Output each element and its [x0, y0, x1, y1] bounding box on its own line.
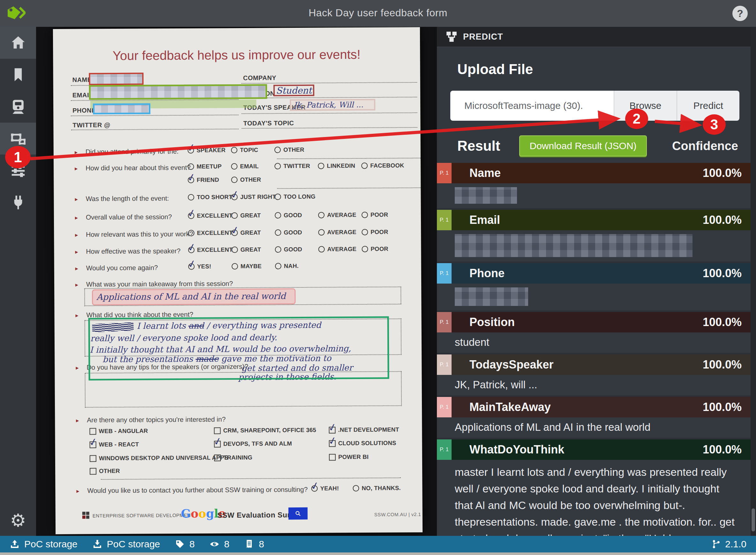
question-hear-row2: ✓FRIEND OTHER — [73, 176, 421, 189]
result-row-email[interactable]: P. 1 Email 100.0% — [437, 210, 751, 230]
sidebar-item-tag-editor[interactable] — [0, 123, 36, 155]
file-control: MicrosoftTeams-image (30). Browse Predic… — [450, 91, 740, 121]
source-connection[interactable]: PoC storage — [10, 539, 78, 550]
bookmark-icon — [10, 66, 27, 83]
question-label: Did you attend primarily for the: — [86, 147, 179, 156]
question-length: ▸ Was the length of the event: TOO SHORT… — [73, 193, 421, 206]
home-icon — [10, 34, 27, 51]
topics-row-1: WEB - ANGULAR CRM, SHAREPOINT, OFFICE 36… — [74, 427, 422, 439]
bullet-icon: ▸ — [75, 149, 78, 156]
tag-editor-icon — [10, 130, 27, 147]
takeaway-handwriting: Applications of ML and AI in the real wo… — [96, 291, 286, 302]
plug-icon — [10, 194, 27, 211]
sidebar-item-settings[interactable]: ⚙ — [0, 505, 36, 537]
sidebar-item-home[interactable] — [0, 27, 36, 59]
search-icon — [295, 510, 301, 517]
sidebar-item-active-learning[interactable] — [0, 155, 36, 186]
download-result-button[interactable]: Download Result (JSON) — [519, 135, 647, 157]
topic-line — [242, 127, 417, 129]
app-version: 2.1.0 — [711, 539, 746, 550]
target-connection[interactable]: PoC storage — [92, 539, 160, 550]
question-relevant: ▸ How relevant was this to your work? EX… — [73, 229, 421, 242]
visited-count: 8 — [209, 539, 229, 550]
radio — [231, 147, 237, 153]
sidebar-item-export[interactable] — [0, 91, 36, 123]
result-value-think: master I learnt lots and / everything wa… — [437, 460, 751, 536]
predict-button[interactable]: Predict — [676, 91, 740, 121]
result-value-speaker: JK, Patrick, will ... — [437, 375, 751, 395]
result-value-name — [437, 183, 751, 208]
predict-header: PREDICT — [437, 27, 756, 47]
form-footer: ENTERPRISE SOFTWARE DEVELOPMENT Google S… — [53, 27, 420, 29]
page-badge: P. 1 — [437, 163, 452, 183]
file-name-input[interactable]: MicrosoftTeams-image (30). — [450, 91, 614, 121]
upload-heading: Upload File — [457, 61, 756, 77]
question-effective: ▸ How effective was the speaker? ✓EXCELL… — [73, 246, 421, 259]
result-row-think[interactable]: P. 1 WhatDoYouThink 100.0% — [437, 439, 751, 460]
result-header: Result Download Result (JSON) Confidence — [457, 135, 756, 157]
gear-icon: ⚙ — [10, 512, 26, 529]
title-bar: Hack Day user feedback form ? — [0, 0, 756, 27]
other-line — [277, 158, 421, 159]
browse-button[interactable]: Browse — [614, 91, 676, 121]
result-row-speaker[interactable]: P. 1 TodaysSpeaker 100.0% — [437, 354, 751, 375]
result-heading: Result — [457, 138, 500, 154]
question-hear: ▸ How did you hear about this event? MEE… — [73, 163, 421, 175]
git-branch-icon — [711, 539, 721, 549]
question-contact: ▸ Would you like us to contact you furth… — [74, 485, 422, 498]
result-value-takeaway: Applications of ML and AI in the real wo… — [437, 417, 751, 438]
scanned-form-canvas[interactable]: Your feedback helps us improve our event… — [36, 27, 437, 536]
sidebar-item-connections[interactable] — [0, 186, 36, 218]
feedback-form-paper: Your feedback helps us improve our event… — [53, 27, 423, 534]
tag-icon — [175, 539, 185, 549]
window-edge — [0, 552, 756, 555]
tags-count: 8 — [175, 539, 195, 550]
question-overall-value: ▸ Overall value of the session? ✓EXCELLE… — [73, 212, 421, 224]
result-row-name[interactable]: P. 1 Name 100.0% — [437, 163, 751, 183]
think-detection-box — [88, 316, 389, 381]
help-icon[interactable]: ? — [733, 6, 748, 21]
sidebar-item-tags[interactable] — [0, 59, 36, 91]
redacted-value — [455, 187, 517, 204]
result-value-position: student — [437, 332, 751, 353]
scrollbar-thumb[interactable] — [752, 508, 755, 531]
checkbox — [89, 428, 96, 435]
page-title: Hack Day user feedback form — [0, 7, 756, 19]
result-row-position[interactable]: P. 1 Position 100.0% — [437, 312, 751, 332]
redacted-value — [455, 287, 528, 306]
topics-row-2: ✓WEB - REACT ✓DEVOPS, TFS AND ALM ✓CLOUD… — [74, 440, 422, 453]
result-value-email — [437, 230, 751, 261]
email-detection-box — [89, 84, 267, 100]
result-row-takeaway[interactable]: P. 1 MainTakeAway 100.0% — [437, 397, 751, 417]
twitter-line — [71, 129, 239, 130]
panel-scrollbar[interactable] — [751, 27, 756, 536]
search-button — [288, 507, 308, 519]
speaker-detection-box: Jk, Patrick, Will ... — [290, 99, 375, 111]
predict-panel: PREDICT Upload File MicrosoftTeams-image… — [437, 27, 756, 536]
question-attend: ▸ Did you attend primarily for the: ✓SPE… — [73, 146, 421, 159]
name-detection-box — [89, 73, 144, 85]
form-title: Your feedback helps us improve our event… — [53, 47, 420, 63]
result-row-phone[interactable]: P. 1 Phone 100.0% — [437, 263, 751, 284]
phone-detection-box — [93, 103, 150, 114]
field-label-topic: TODAY'S TOPIC — [243, 119, 294, 127]
field-label-twitter: TWITTER @ — [73, 121, 110, 129]
site-label: SSW.COM.AU | v2.1 — [374, 512, 421, 517]
phone-line — [71, 115, 238, 116]
predict-icon — [445, 30, 458, 43]
speaker-line — [242, 113, 417, 114]
question-come-again: ▸ Would you come again? ✓YES! MAYBE NAH. — [74, 262, 421, 275]
position-detection-box: Student — [274, 85, 314, 96]
upload-icon — [10, 539, 20, 549]
status-bar: PoC storage PoC storage 8 8 8 2.1.0 — [0, 536, 756, 552]
train-icon — [10, 98, 27, 115]
download-icon — [92, 539, 102, 549]
topics-row-3: WINDOWS DESKTOP AND UNIVERSAL APPS TRAIN… — [74, 454, 422, 467]
result-value-phone — [437, 284, 751, 310]
app-window: Hack Day user feedback form ? ⚙ Your fee… — [0, 0, 756, 555]
question-topics: ▸ Are there any other topics you're inte… — [74, 415, 422, 427]
sidebar: ⚙ — [0, 27, 36, 536]
eye-icon — [209, 539, 220, 549]
enterprise-label: ENTERPRISE SOFTWARE DEVELOPMENT — [93, 513, 194, 519]
receipt-icon — [244, 539, 254, 549]
